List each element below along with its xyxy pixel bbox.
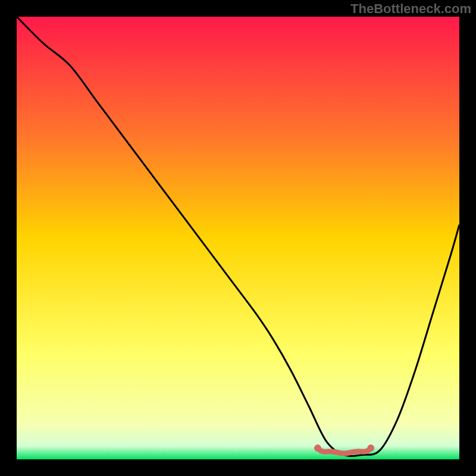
flat-region-dot-left [314, 444, 321, 452]
chart-area [17, 17, 459, 459]
bottleneck-chart [17, 17, 459, 459]
flat-region-dot-right [367, 444, 374, 452]
watermark: TheBottleneck.com [350, 1, 471, 17]
